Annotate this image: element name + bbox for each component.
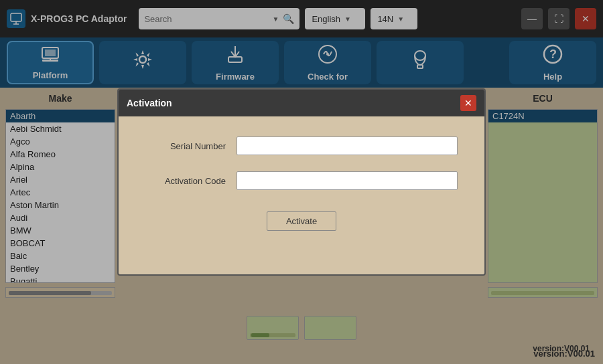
activation-code-input[interactable] — [237, 171, 458, 190]
activation-code-row: Activation Code — [145, 171, 458, 190]
modal-body: Serial Number Activation Code Activate — [119, 116, 484, 251]
modal-title-bar: Activation ✕ — [119, 90, 484, 116]
activation-code-label: Activation Code — [145, 176, 226, 186]
serial-number-row: Serial Number — [145, 136, 458, 155]
activation-modal: Activation ✕ Serial Number Activation Co… — [117, 88, 486, 276]
activate-button-row: Activate — [145, 211, 458, 231]
serial-number-input[interactable] — [237, 136, 458, 155]
serial-number-label: Serial Number — [145, 141, 226, 151]
activate-button[interactable]: Activate — [267, 211, 336, 231]
modal-overlay: Activation ✕ Serial Number Activation Co… — [0, 0, 603, 364]
modal-title: Activation — [127, 98, 172, 108]
modal-close-button[interactable]: ✕ — [460, 95, 476, 111]
